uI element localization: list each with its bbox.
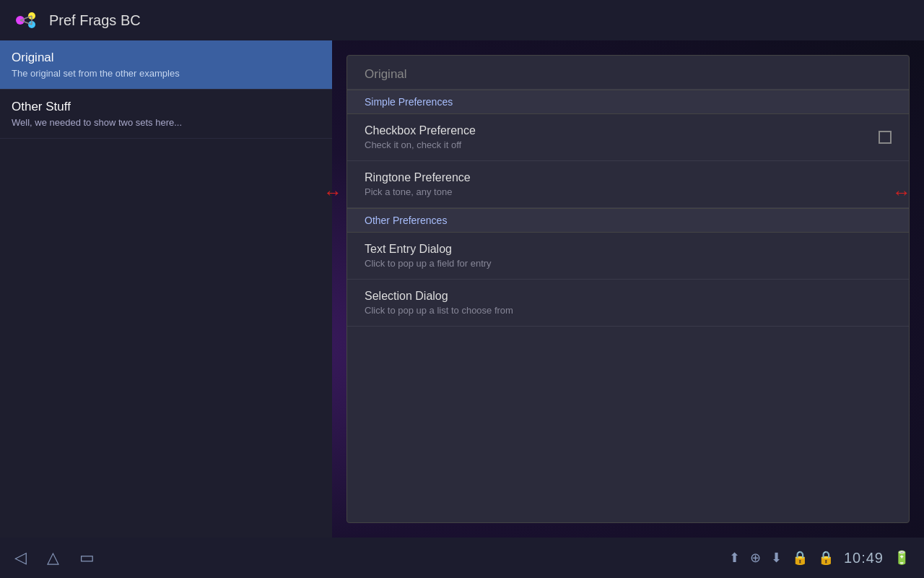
pref-item-checkbox-preference[interactable]: Checkbox Preference Check it on, check i… [347,114,909,161]
battery-icon: 🔋 [894,550,910,566]
pref-item-ringtone-preference[interactable]: Ringtone Preference Pick a tone, any ton… [347,161,909,208]
status-icon-3: ⬇ [771,550,782,566]
pref-item-selection-subtitle: Click to pop up a list to choose from [365,305,892,316]
sidebar-item-original[interactable]: Original The original set from the other… [0,40,332,90]
pref-item-ringtone-text: Ringtone Preference Pick a tone, any ton… [365,171,892,197]
pref-item-checkbox-text: Checkbox Preference Check it on, check i… [365,124,867,150]
sidebar-item-other-stuff-title: Other Stuff [12,100,321,114]
pref-item-text-entry-title: Text Entry Dialog [365,243,892,256]
status-icon-4: 🔒 [792,550,808,566]
sidebar-item-other-stuff[interactable]: Other Stuff Well, we needed to show two … [0,90,332,139]
pref-item-text-entry-dialog[interactable]: Text Entry Dialog Click to pop up a fiel… [347,233,909,280]
nav-buttons: ◁ △ ▭ [14,548,95,567]
main-content: Original The original set from the other… [0,40,924,538]
section-simple-preferences: Simple Preferences [347,90,909,114]
pref-item-ringtone-title: Ringtone Preference [365,171,892,184]
pref-item-selection-title: Selection Dialog [365,290,892,303]
status-icon-2: ⊕ [750,550,761,566]
pref-item-selection-dialog[interactable]: Selection Dialog Click to pop up a list … [347,280,909,327]
section-other-preferences-label: Other Preferences [365,215,447,226]
status-icon-1: ⬆ [729,550,740,566]
pref-item-text-entry-subtitle: Click to pop up a field for entry [365,258,892,269]
pref-checkbox-control[interactable] [879,131,892,144]
sidebar-item-other-stuff-subtitle: Well, we needed to show two sets here... [12,117,321,128]
back-button[interactable]: ◁ [14,548,27,567]
sidebar: Original The original set from the other… [0,40,332,538]
app-title: Pref Frags BC [49,12,141,29]
app-logo [12,6,40,35]
pref-item-selection-text: Selection Dialog Click to pop up a list … [365,290,892,316]
status-icons: ⬆ ⊕ ⬇ 🔒 🔒 10:49 🔋 [729,550,910,566]
pref-item-text-entry-text: Text Entry Dialog Click to pop up a fiel… [365,243,892,269]
home-button[interactable]: △ [47,548,59,567]
prefs-panel-header: Original [347,56,909,90]
pref-item-ringtone-subtitle: Pick a tone, any tone [365,186,892,197]
topbar: Pref Frags BC [0,0,924,40]
status-icon-5: 🔒 [818,550,834,566]
pref-item-checkbox-title: Checkbox Preference [365,124,867,137]
clock: 10:49 [844,550,884,566]
sidebar-item-original-title: Original [12,51,321,65]
section-other-preferences: Other Preferences [347,208,909,233]
bottombar: ◁ △ ▭ ⬆ ⊕ ⬇ 🔒 🔒 10:49 🔋 [0,538,924,578]
sidebar-item-original-subtitle: The original set from the other examples [12,68,321,79]
recents-button[interactable]: ▭ [79,548,95,567]
prefs-panel: Original Simple Preferences Checkbox Pre… [346,55,910,523]
pref-item-checkbox-subtitle: Check it on, check it off [365,139,867,150]
section-simple-preferences-label: Simple Preferences [365,96,453,108]
